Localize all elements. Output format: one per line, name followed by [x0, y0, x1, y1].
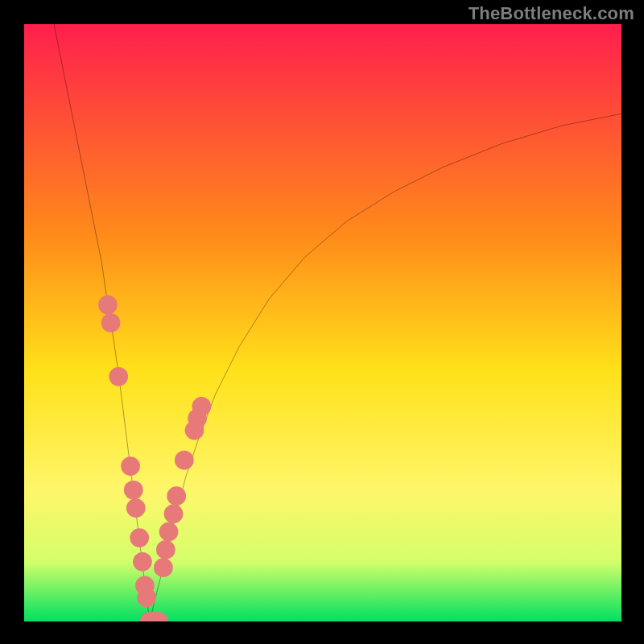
data-point: [159, 522, 179, 542]
data-point: [101, 313, 121, 332]
data-point: [124, 481, 143, 500]
watermark-text: TheBottleneck.com: [469, 3, 634, 24]
data-point: [167, 486, 186, 506]
data-point: [109, 367, 128, 386]
data-point: [175, 451, 194, 470]
bottleneck-chart: [24, 24, 621, 621]
outer-frame: TheBottleneck.com: [0, 0, 644, 644]
data-point: [137, 588, 156, 607]
data-point: [164, 505, 184, 524]
data-point: [130, 528, 149, 547]
data-point: [192, 397, 212, 416]
data-point: [98, 295, 118, 315]
data-point: [156, 540, 175, 559]
data-point: [121, 456, 140, 476]
data-point: [154, 558, 173, 577]
data-point: [133, 552, 152, 572]
data-point: [126, 498, 146, 518]
